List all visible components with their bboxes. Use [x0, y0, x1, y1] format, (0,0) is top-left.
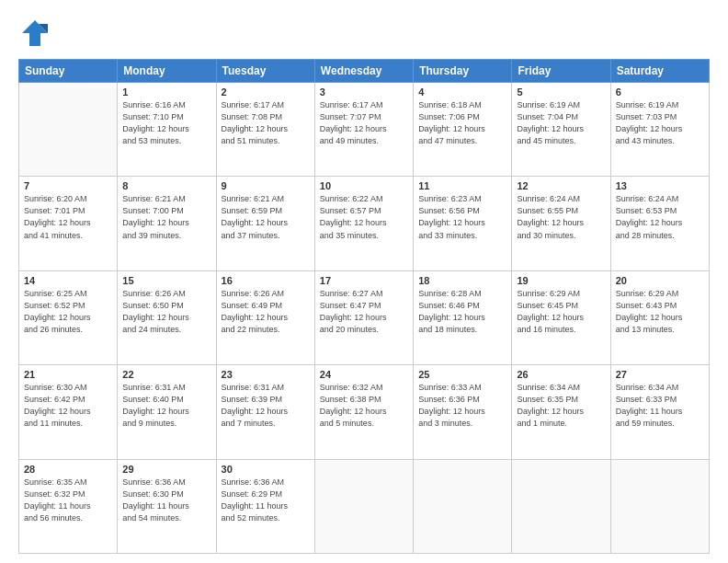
day-info: Sunrise: 6:20 AM Sunset: 7:01 PM Dayligh…: [24, 193, 112, 241]
day-info: Sunrise: 6:19 AM Sunset: 7:04 PM Dayligh…: [517, 99, 605, 147]
weekday-header-thursday: Thursday: [414, 60, 512, 83]
calendar-cell: 10Sunrise: 6:22 AM Sunset: 6:57 PM Dayli…: [314, 177, 413, 270]
day-info: Sunrise: 6:24 AM Sunset: 6:55 PM Dayligh…: [517, 193, 605, 241]
weekday-header-monday: Monday: [118, 60, 216, 83]
day-info: Sunrise: 6:26 AM Sunset: 6:49 PM Dayligh…: [222, 288, 310, 336]
calendar-cell: 15Sunrise: 6:26 AM Sunset: 6:50 PM Dayli…: [118, 270, 216, 364]
calendar-cell: [512, 459, 610, 553]
calendar-cell: 14Sunrise: 6:25 AM Sunset: 6:52 PM Dayli…: [19, 270, 118, 364]
day-number: 2: [222, 86, 310, 98]
calendar-cell: 18Sunrise: 6:28 AM Sunset: 6:46 PM Dayli…: [414, 270, 512, 364]
day-info: Sunrise: 6:19 AM Sunset: 7:03 PM Dayligh…: [616, 99, 704, 147]
day-number: 29: [122, 464, 210, 475]
calendar-cell: 13Sunrise: 6:24 AM Sunset: 6:53 PM Dayli…: [610, 177, 709, 270]
day-number: 12: [517, 180, 605, 191]
calendar-cell: 6Sunrise: 6:19 AM Sunset: 7:03 PM Daylig…: [610, 83, 709, 177]
day-info: Sunrise: 6:25 AM Sunset: 6:52 PM Dayligh…: [24, 288, 112, 336]
day-number: 11: [418, 180, 506, 191]
calendar-header-row: SundayMondayTuesdayWednesdayThursdayFrid…: [19, 60, 710, 83]
calendar-cell: 2Sunrise: 6:17 AM Sunset: 7:08 PM Daylig…: [216, 83, 314, 177]
calendar-cell: [314, 459, 413, 553]
day-number: 16: [222, 275, 310, 286]
calendar-cell: 9Sunrise: 6:21 AM Sunset: 6:59 PM Daylig…: [216, 177, 314, 270]
day-info: Sunrise: 6:27 AM Sunset: 6:47 PM Dayligh…: [320, 288, 408, 336]
day-info: Sunrise: 6:29 AM Sunset: 6:43 PM Dayligh…: [616, 288, 704, 336]
day-number: 13: [616, 180, 704, 191]
calendar-week-2: 7Sunrise: 6:20 AM Sunset: 7:01 PM Daylig…: [19, 177, 710, 270]
day-number: 18: [418, 275, 506, 286]
day-number: 15: [122, 275, 210, 286]
calendar-cell: 8Sunrise: 6:21 AM Sunset: 7:00 PM Daylig…: [118, 177, 216, 270]
calendar-cell: [610, 459, 709, 553]
calendar-cell: 21Sunrise: 6:30 AM Sunset: 6:42 PM Dayli…: [19, 365, 118, 459]
logo: [18, 17, 55, 50]
day-info: Sunrise: 6:23 AM Sunset: 6:56 PM Dayligh…: [418, 193, 506, 241]
calendar-cell: 29Sunrise: 6:36 AM Sunset: 6:30 PM Dayli…: [118, 459, 216, 553]
day-info: Sunrise: 6:34 AM Sunset: 6:33 PM Dayligh…: [616, 382, 704, 430]
day-info: Sunrise: 6:30 AM Sunset: 6:42 PM Dayligh…: [24, 382, 112, 430]
weekday-header-sunday: Sunday: [19, 60, 118, 83]
calendar-cell: 30Sunrise: 6:36 AM Sunset: 6:29 PM Dayli…: [216, 459, 314, 553]
calendar-cell: [19, 83, 118, 177]
day-number: 6: [616, 86, 704, 98]
day-number: 19: [517, 275, 605, 286]
page-header: [18, 17, 710, 50]
day-info: Sunrise: 6:33 AM Sunset: 6:36 PM Dayligh…: [418, 382, 506, 430]
day-number: 3: [320, 86, 408, 98]
day-info: Sunrise: 6:22 AM Sunset: 6:57 PM Dayligh…: [320, 193, 408, 241]
calendar-cell: 28Sunrise: 6:35 AM Sunset: 6:32 PM Dayli…: [19, 459, 118, 553]
calendar-cell: 20Sunrise: 6:29 AM Sunset: 6:43 PM Dayli…: [610, 270, 709, 364]
day-info: Sunrise: 6:16 AM Sunset: 7:10 PM Dayligh…: [122, 99, 210, 147]
day-number: 23: [222, 369, 310, 380]
calendar-week-1: 1Sunrise: 6:16 AM Sunset: 7:10 PM Daylig…: [19, 83, 710, 177]
calendar-cell: 12Sunrise: 6:24 AM Sunset: 6:55 PM Dayli…: [512, 177, 610, 270]
day-info: Sunrise: 6:36 AM Sunset: 6:30 PM Dayligh…: [122, 477, 210, 524]
calendar-cell: 26Sunrise: 6:34 AM Sunset: 6:35 PM Dayli…: [512, 365, 610, 459]
calendar-cell: 24Sunrise: 6:32 AM Sunset: 6:38 PM Dayli…: [314, 365, 413, 459]
day-number: 17: [320, 275, 408, 286]
calendar-cell: 22Sunrise: 6:31 AM Sunset: 6:40 PM Dayli…: [118, 365, 216, 459]
calendar-table: SundayMondayTuesdayWednesdayThursdayFrid…: [18, 59, 710, 554]
day-info: Sunrise: 6:32 AM Sunset: 6:38 PM Dayligh…: [320, 382, 408, 430]
day-number: 24: [320, 369, 408, 380]
weekday-header-friday: Friday: [512, 60, 610, 83]
day-info: Sunrise: 6:29 AM Sunset: 6:45 PM Dayligh…: [517, 288, 605, 336]
calendar-cell: [414, 459, 512, 553]
day-info: Sunrise: 6:31 AM Sunset: 6:40 PM Dayligh…: [122, 382, 210, 430]
day-info: Sunrise: 6:21 AM Sunset: 7:00 PM Dayligh…: [122, 193, 210, 241]
day-info: Sunrise: 6:24 AM Sunset: 6:53 PM Dayligh…: [616, 193, 704, 241]
day-info: Sunrise: 6:18 AM Sunset: 7:06 PM Dayligh…: [418, 99, 506, 147]
calendar-cell: 17Sunrise: 6:27 AM Sunset: 6:47 PM Dayli…: [314, 270, 413, 364]
calendar-week-5: 28Sunrise: 6:35 AM Sunset: 6:32 PM Dayli…: [19, 459, 710, 553]
calendar-cell: 27Sunrise: 6:34 AM Sunset: 6:33 PM Dayli…: [610, 365, 709, 459]
day-number: 30: [222, 464, 310, 475]
day-info: Sunrise: 6:31 AM Sunset: 6:39 PM Dayligh…: [222, 382, 310, 430]
day-info: Sunrise: 6:28 AM Sunset: 6:46 PM Dayligh…: [418, 288, 506, 336]
calendar-cell: 5Sunrise: 6:19 AM Sunset: 7:04 PM Daylig…: [512, 83, 610, 177]
day-number: 9: [222, 180, 310, 191]
calendar-cell: 7Sunrise: 6:20 AM Sunset: 7:01 PM Daylig…: [19, 177, 118, 270]
day-number: 21: [24, 369, 112, 380]
calendar-cell: 16Sunrise: 6:26 AM Sunset: 6:49 PM Dayli…: [216, 270, 314, 364]
day-number: 28: [24, 464, 112, 475]
day-number: 27: [616, 369, 704, 380]
day-info: Sunrise: 6:26 AM Sunset: 6:50 PM Dayligh…: [122, 288, 210, 336]
day-info: Sunrise: 6:35 AM Sunset: 6:32 PM Dayligh…: [24, 477, 112, 524]
day-number: 7: [24, 180, 112, 191]
calendar-cell: 1Sunrise: 6:16 AM Sunset: 7:10 PM Daylig…: [118, 83, 216, 177]
calendar-cell: 23Sunrise: 6:31 AM Sunset: 6:39 PM Dayli…: [216, 365, 314, 459]
day-number: 26: [517, 369, 605, 380]
day-number: 8: [122, 180, 210, 191]
day-number: 22: [122, 369, 210, 380]
day-number: 20: [616, 275, 704, 286]
day-info: Sunrise: 6:17 AM Sunset: 7:08 PM Dayligh…: [222, 99, 310, 147]
weekday-header-tuesday: Tuesday: [216, 60, 314, 83]
calendar-cell: 25Sunrise: 6:33 AM Sunset: 6:36 PM Dayli…: [414, 365, 512, 459]
calendar-cell: 11Sunrise: 6:23 AM Sunset: 6:56 PM Dayli…: [414, 177, 512, 270]
day-info: Sunrise: 6:21 AM Sunset: 6:59 PM Dayligh…: [222, 193, 310, 241]
calendar-cell: 19Sunrise: 6:29 AM Sunset: 6:45 PM Dayli…: [512, 270, 610, 364]
calendar-cell: 4Sunrise: 6:18 AM Sunset: 7:06 PM Daylig…: [414, 83, 512, 177]
day-info: Sunrise: 6:36 AM Sunset: 6:29 PM Dayligh…: [222, 477, 310, 524]
weekday-header-wednesday: Wednesday: [314, 60, 413, 83]
calendar-cell: 3Sunrise: 6:17 AM Sunset: 7:07 PM Daylig…: [314, 83, 413, 177]
